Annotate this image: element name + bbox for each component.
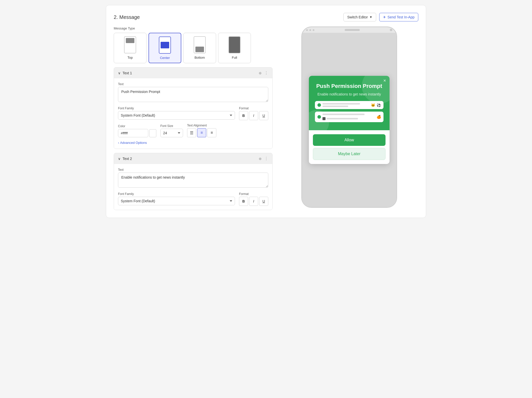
phone-dot-2 (309, 29, 311, 31)
notif-card-1: 🐱 ⚽ (315, 101, 383, 109)
type-label-bottom: Bottom (194, 56, 205, 59)
text1-fontsize-select[interactable]: 24 (160, 129, 183, 137)
text2-font-family-col: Font Family System Font (Default) (118, 192, 235, 206)
send-icon: ✈ (383, 15, 386, 19)
left-panel: Message Type Top (114, 26, 273, 210)
text1-color-input[interactable] (118, 129, 148, 137)
allow-button[interactable]: Allow (313, 134, 386, 146)
text2-header-right: ⊕ ⋮ (259, 156, 268, 161)
collapse-icon-text1: ∨ (118, 71, 121, 75)
type-option-center[interactable]: Center (149, 33, 181, 63)
text1-title: Text 1 (123, 71, 132, 75)
text1-color-swatch[interactable] (149, 129, 156, 137)
notif-line-1a (322, 103, 360, 105)
notif-emoji-1: 🐱 (371, 103, 375, 107)
text2-format-col: Format B I U (239, 192, 268, 206)
text2-format-buttons: B I U (239, 197, 268, 206)
phone-dot-3 (313, 29, 314, 31)
header-row: 2. Message Switch Editor ▼ ✈ Send Test I… (114, 13, 418, 21)
text1-header[interactable]: ∨ Text 1 ⊕ ⋮ (114, 68, 272, 78)
text1-fontsize-col: Font Size 24 (160, 124, 183, 137)
text1-color-size-align-row: Color Font Size 24 (118, 124, 268, 137)
drag-icon-text1[interactable]: ⊕ (259, 71, 262, 75)
modal-top: × Push Permission Prompt Enable notifica… (309, 76, 390, 130)
text2-text-label: Text (118, 168, 268, 172)
text1-text-label: Text (118, 82, 268, 86)
text1-color-label: Color (118, 124, 156, 128)
text1-underline-button[interactable]: U (259, 111, 268, 120)
type-label-center: Center (160, 56, 170, 60)
text2-font-family-label: Font Family (118, 192, 235, 196)
text2-header-left: ∨ Text 2 (118, 157, 132, 161)
type-label-full: Full (232, 56, 237, 59)
notif-lines-1 (322, 103, 369, 107)
text1-field: Text (118, 82, 268, 103)
text1-bold-button[interactable]: B (239, 111, 248, 120)
notif-card-2: 🍊 (315, 112, 383, 122)
maybe-later-button[interactable]: Maybe Later (313, 148, 386, 160)
chevron-right-icon: › (118, 141, 119, 145)
text1-format-buttons: B I U (239, 111, 268, 120)
message-type-section: Message Type Top (114, 26, 273, 63)
svg-rect-1 (126, 38, 134, 43)
phone-screen: × Push Permission Prompt Enable notifica… (302, 33, 396, 207)
text1-font-family-col: Font Family System Font (Default) (118, 107, 235, 120)
type-icon-top (124, 36, 136, 54)
modal-overlay: × Push Permission Prompt Enable notifica… (302, 33, 396, 207)
text2-header[interactable]: ∨ Text 2 ⊕ ⋮ (114, 153, 272, 164)
text1-font-format-row: Font Family System Font (Default) Format… (118, 107, 268, 120)
text2-body: Text Font Family System Font (Default) F… (114, 164, 272, 210)
main-container: 2. Message Switch Editor ▼ ✈ Send Test I… (106, 5, 426, 218)
switch-editor-button[interactable]: Switch Editor ▼ (343, 13, 376, 21)
more-options-text1[interactable]: ⋮ (264, 71, 268, 75)
text1-text-input[interactable] (118, 87, 268, 102)
notif-lines-2 (322, 114, 375, 120)
send-test-button[interactable]: ✈ Send Test In-App (379, 13, 418, 21)
more-options-text2[interactable]: ⋮ (264, 156, 268, 161)
phone-top-bar (302, 27, 396, 33)
notif-line-2b (327, 118, 358, 119)
modal-bottom: Allow Maybe Later (309, 130, 390, 164)
text1-header-left: ∨ Text 1 (118, 71, 132, 75)
text1-font-family-select[interactable]: System Font (Default) (118, 111, 235, 120)
svg-rect-3 (161, 42, 169, 48)
text2-font-format-row: Font Family System Font (Default) Format… (118, 192, 268, 206)
notif-emoji-3: 🍊 (377, 115, 381, 119)
drag-icon-text2[interactable]: ⊕ (259, 157, 262, 161)
text1-align-col: Text Alignment ☰ ≡ ≡ (187, 124, 216, 137)
page-title: 2. Message (114, 14, 140, 20)
align-center-button[interactable]: ≡ (197, 128, 206, 137)
svg-rect-6 (229, 37, 240, 53)
align-right-button[interactable]: ≡ (207, 128, 216, 137)
text2-font-family-select[interactable]: System Font (Default) (118, 197, 235, 205)
text2-italic-button[interactable]: I (249, 197, 258, 206)
send-test-label: Send Test In-App (388, 15, 415, 19)
advanced-options-link[interactable]: › Advanced Options (118, 141, 268, 145)
chevron-down-icon: ▼ (369, 15, 372, 19)
notif-cards-area: 🐱 ⚽ (315, 101, 383, 122)
text1-color-col: Color (118, 124, 156, 137)
modal-close-button[interactable]: × (383, 78, 386, 83)
align-left-button[interactable]: ☰ (187, 128, 196, 137)
notif-dot-1 (317, 103, 321, 107)
text1-section: ∨ Text 1 ⊕ ⋮ Text (114, 67, 273, 149)
text2-text-input[interactable] (118, 173, 268, 188)
modal-card: × Push Permission Prompt Enable notifica… (309, 76, 390, 164)
text2-underline-button[interactable]: U (259, 197, 268, 206)
notif-line-2a (322, 114, 365, 115)
text2-field: Text (118, 168, 268, 189)
text2-format-label: Format (239, 192, 268, 196)
collapse-icon-text2: ∨ (118, 157, 121, 161)
text1-format-label: Format (239, 107, 268, 110)
text1-align-label: Text Alignment (187, 124, 216, 127)
right-panel: × Push Permission Prompt Enable notifica… (280, 26, 418, 210)
type-option-full[interactable]: Full (218, 33, 251, 63)
text2-title: Text 2 (123, 157, 132, 161)
type-option-top[interactable]: Top (114, 33, 146, 63)
notif-emoji-2: ⚽ (377, 103, 381, 107)
phone-dot-1 (306, 29, 308, 31)
text1-italic-button[interactable]: I (249, 111, 258, 120)
switch-editor-label: Switch Editor (347, 15, 368, 19)
type-option-bottom[interactable]: Bottom (183, 33, 216, 63)
text2-bold-button[interactable]: B (239, 197, 248, 206)
